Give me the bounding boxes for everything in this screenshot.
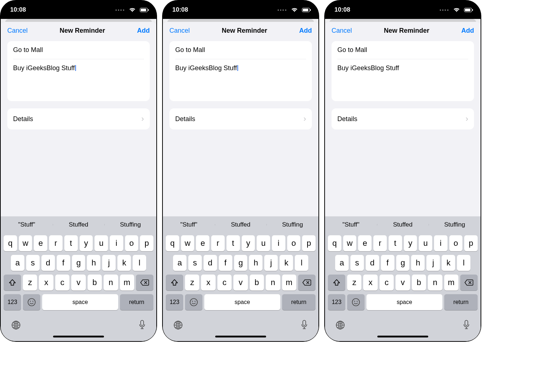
key-b[interactable]: b — [88, 275, 102, 291]
title-field[interactable]: Go to Mall — [7, 41, 150, 59]
key-m[interactable]: m — [282, 275, 296, 291]
return-key[interactable]: return — [282, 294, 316, 310]
numbers-key[interactable]: 123 — [328, 294, 345, 310]
backspace-key[interactable] — [298, 275, 316, 291]
emoji-key[interactable] — [185, 294, 202, 310]
key-y[interactable]: y — [80, 235, 93, 251]
globe-icon[interactable] — [335, 320, 345, 330]
title-field[interactable]: Go to Mall — [169, 41, 312, 59]
cancel-button[interactable]: Cancel — [7, 27, 28, 35]
key-i[interactable]: i — [434, 235, 447, 251]
key-x[interactable]: x — [201, 275, 215, 291]
key-z[interactable]: z — [347, 275, 361, 291]
emoji-key[interactable] — [23, 294, 40, 310]
key-y[interactable]: y — [242, 235, 255, 251]
suggestion-2[interactable]: Stuffing — [429, 221, 481, 228]
globe-icon[interactable] — [173, 320, 183, 330]
dictation-mic-icon[interactable] — [300, 320, 308, 331]
key-k[interactable]: k — [117, 255, 131, 271]
notes-field[interactable]: Buy iGeeksBlog Stuff — [332, 59, 474, 101]
suggestion-2[interactable]: Stuffing — [266, 221, 318, 228]
key-o[interactable]: o — [287, 235, 301, 251]
home-indicator[interactable] — [53, 336, 104, 337]
key-c[interactable]: c — [217, 275, 232, 291]
emoji-key[interactable] — [347, 294, 365, 310]
home-indicator[interactable] — [215, 336, 266, 337]
shift-key[interactable] — [4, 275, 21, 291]
key-d[interactable]: d — [204, 255, 217, 271]
key-a[interactable]: a — [173, 255, 186, 271]
dictation-mic-icon[interactable] — [138, 320, 146, 331]
key-u[interactable]: u — [257, 235, 270, 251]
key-p[interactable]: p — [464, 235, 478, 251]
key-n[interactable]: n — [266, 275, 280, 291]
key-u[interactable]: u — [95, 235, 108, 251]
key-m[interactable]: m — [444, 275, 458, 291]
key-l[interactable]: l — [133, 255, 146, 271]
details-row[interactable]: Details› — [169, 108, 312, 129]
key-r[interactable]: r — [49, 235, 63, 251]
key-l[interactable]: l — [295, 255, 308, 271]
key-x[interactable]: x — [39, 275, 53, 291]
key-o[interactable]: o — [125, 235, 138, 251]
key-q[interactable]: q — [166, 235, 179, 251]
key-w[interactable]: w — [19, 235, 32, 251]
key-a[interactable]: a — [11, 255, 24, 271]
key-v[interactable]: v — [396, 275, 410, 291]
key-f[interactable]: f — [57, 255, 70, 271]
key-j[interactable]: j — [264, 255, 278, 271]
key-s[interactable]: s — [188, 255, 202, 271]
key-h[interactable]: h — [411, 255, 425, 271]
key-v[interactable]: v — [233, 275, 248, 291]
key-f[interactable]: f — [381, 255, 394, 271]
key-t[interactable]: t — [226, 235, 240, 251]
shift-key[interactable] — [166, 275, 183, 291]
key-r[interactable]: r — [211, 235, 225, 251]
key-p[interactable]: p — [302, 235, 316, 251]
cancel-button[interactable]: Cancel — [332, 27, 352, 35]
key-j[interactable]: j — [426, 255, 440, 271]
key-e[interactable]: e — [34, 235, 47, 251]
add-button[interactable]: Add — [461, 27, 474, 35]
key-q[interactable]: q — [328, 235, 341, 251]
numbers-key[interactable]: 123 — [4, 294, 21, 310]
key-d[interactable]: d — [41, 255, 55, 271]
add-button[interactable]: Add — [299, 27, 312, 35]
return-key[interactable]: return — [444, 294, 478, 310]
add-button[interactable]: Add — [137, 27, 150, 35]
dictation-mic-icon[interactable] — [462, 320, 470, 331]
suggestion-0[interactable]: "Stuff" — [325, 221, 377, 228]
backspace-key[interactable] — [460, 275, 478, 291]
numbers-key[interactable]: 123 — [166, 294, 183, 310]
key-i[interactable]: i — [272, 235, 285, 251]
key-b[interactable]: b — [250, 275, 264, 291]
space-key[interactable]: space — [42, 294, 118, 310]
key-r[interactable]: r — [373, 235, 387, 251]
key-m[interactable]: m — [120, 275, 134, 291]
suggestion-1[interactable]: Stuffed — [377, 221, 429, 228]
notes-field[interactable]: Buy iGeeksBlog Stuff — [7, 59, 150, 101]
key-u[interactable]: u — [419, 235, 432, 251]
key-n[interactable]: n — [104, 275, 118, 291]
key-v[interactable]: v — [71, 275, 85, 291]
key-h[interactable]: h — [249, 255, 262, 271]
key-w[interactable]: w — [181, 235, 194, 251]
globe-icon[interactable] — [11, 320, 21, 330]
key-z[interactable]: z — [185, 275, 199, 291]
key-t[interactable]: t — [389, 235, 402, 251]
key-k[interactable]: k — [280, 255, 293, 271]
key-g[interactable]: g — [72, 255, 85, 271]
key-j[interactable]: j — [102, 255, 116, 271]
cancel-button[interactable]: Cancel — [169, 27, 190, 35]
key-g[interactable]: g — [234, 255, 248, 271]
space-key[interactable]: space — [366, 294, 442, 310]
key-l[interactable]: l — [457, 255, 470, 271]
suggestion-1[interactable]: Stuffed — [53, 221, 105, 228]
suggestion-0[interactable]: "Stuff" — [163, 221, 215, 228]
key-q[interactable]: q — [4, 235, 17, 251]
key-p[interactable]: p — [140, 235, 153, 251]
key-s[interactable]: s — [350, 255, 364, 271]
key-f[interactable]: f — [219, 255, 232, 271]
key-e[interactable]: e — [358, 235, 372, 251]
key-t[interactable]: t — [64, 235, 78, 251]
